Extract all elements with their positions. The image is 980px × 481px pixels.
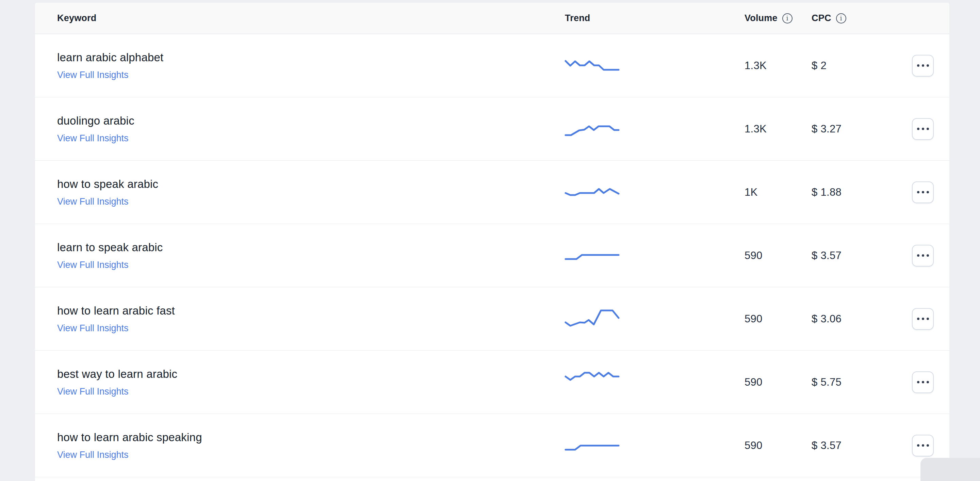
trend-sparkline: [565, 432, 745, 459]
volume-header-label: Volume: [745, 13, 778, 24]
table-body: learn arabic alphabet View Full Insights…: [35, 34, 950, 477]
keyword-label: learn to speak arabic: [57, 241, 565, 254]
table-row: how to speak arabic View Full Insights 1…: [35, 161, 950, 224]
cpc-value: $ 3.57: [811, 250, 912, 262]
keyword-cell: learn to speak arabic View Full Insights: [57, 241, 565, 270]
keyword-cell: best way to learn arabic View Full Insig…: [57, 368, 565, 397]
view-full-insights-link[interactable]: View Full Insights: [57, 450, 129, 460]
view-full-insights-link[interactable]: View Full Insights: [57, 386, 129, 397]
table-row: how to learn arabic speaking View Full I…: [35, 414, 950, 477]
keyword-label: learn arabic alphabet: [57, 51, 565, 64]
trend-sparkline: [565, 305, 745, 333]
cpc-value: $ 1.88: [811, 186, 912, 199]
ellipsis-icon: [917, 191, 929, 193]
more-options-button[interactable]: [912, 371, 934, 393]
column-header-trend: Trend: [565, 13, 745, 24]
volume-value: 590: [745, 250, 811, 262]
more-options-button[interactable]: [912, 182, 934, 203]
trend-sparkline: [565, 179, 745, 206]
actions-cell: [912, 182, 950, 203]
actions-cell: [912, 371, 950, 393]
keyword-results-table: Keyword Trend Volume i CPC i learn arabi…: [35, 3, 950, 481]
view-full-insights-link[interactable]: View Full Insights: [57, 133, 129, 144]
volume-value: 1.3K: [745, 60, 811, 72]
ellipsis-icon: [917, 444, 929, 447]
cpc-info-icon[interactable]: i: [836, 13, 846, 24]
ellipsis-icon: [917, 127, 929, 130]
trend-sparkline: [565, 52, 745, 79]
table-row: best way to learn arabic View Full Insig…: [35, 350, 950, 414]
cpc-header-label: CPC: [811, 13, 831, 24]
corner-overlay: [920, 458, 980, 481]
keyword-label: how to speak arabic: [57, 178, 565, 191]
table-row: learn arabic alphabet View Full Insights…: [35, 34, 950, 97]
keyword-label: best way to learn arabic: [57, 368, 565, 381]
column-header-volume: Volume i: [745, 13, 811, 24]
actions-cell: [912, 435, 950, 457]
volume-value: 590: [745, 376, 811, 389]
more-options-button[interactable]: [912, 245, 934, 266]
table-row: how to learn arabic fast View Full Insig…: [35, 287, 950, 350]
trend-header-label: Trend: [565, 13, 590, 24]
more-options-button[interactable]: [912, 55, 934, 76]
table-row: duolingo arabic View Full Insights 1.3K …: [35, 97, 950, 161]
view-full-insights-link[interactable]: View Full Insights: [57, 260, 129, 270]
keyword-header-label: Keyword: [57, 13, 96, 24]
view-full-insights-link[interactable]: View Full Insights: [57, 70, 129, 80]
cpc-value: $ 5.75: [811, 376, 912, 389]
cpc-value: $ 3.27: [811, 123, 912, 135]
ellipsis-icon: [917, 381, 929, 383]
trend-sparkline: [565, 242, 745, 269]
volume-value: 1K: [745, 186, 811, 199]
column-header-keyword: Keyword: [57, 13, 565, 24]
keyword-label: duolingo arabic: [57, 115, 565, 127]
volume-info-icon[interactable]: i: [782, 13, 792, 24]
table-header-row: Keyword Trend Volume i CPC i: [35, 3, 950, 34]
keyword-cell: how to speak arabic View Full Insights: [57, 178, 565, 207]
actions-cell: [912, 245, 950, 266]
keyword-cell: how to learn arabic fast View Full Insig…: [57, 304, 565, 334]
cpc-value: $ 3.57: [811, 440, 912, 452]
view-full-insights-link[interactable]: View Full Insights: [57, 196, 129, 207]
keyword-cell: how to learn arabic speaking View Full I…: [57, 431, 565, 460]
keyword-cell: duolingo arabic View Full Insights: [57, 115, 565, 144]
volume-value: 590: [745, 440, 811, 452]
ellipsis-icon: [917, 254, 929, 256]
keyword-label: how to learn arabic fast: [57, 304, 565, 317]
cpc-value: $ 3.06: [811, 313, 912, 325]
more-options-button[interactable]: [912, 435, 934, 457]
table-row: learn to speak arabic View Full Insights…: [35, 224, 950, 287]
trend-sparkline: [565, 115, 745, 143]
more-options-button[interactable]: [912, 118, 934, 140]
actions-cell: [912, 55, 950, 76]
column-header-cpc: CPC i: [811, 13, 912, 24]
ellipsis-icon: [917, 318, 929, 320]
view-full-insights-link[interactable]: View Full Insights: [57, 323, 129, 334]
actions-cell: [912, 118, 950, 140]
ellipsis-icon: [917, 64, 929, 67]
cpc-value: $ 2: [811, 60, 912, 72]
volume-value: 1.3K: [745, 123, 811, 135]
more-options-button[interactable]: [912, 308, 934, 330]
actions-cell: [912, 308, 950, 330]
keyword-label: how to learn arabic speaking: [57, 431, 565, 444]
trend-sparkline: [565, 369, 745, 396]
volume-value: 590: [745, 313, 811, 325]
keyword-cell: learn arabic alphabet View Full Insights: [57, 51, 565, 80]
